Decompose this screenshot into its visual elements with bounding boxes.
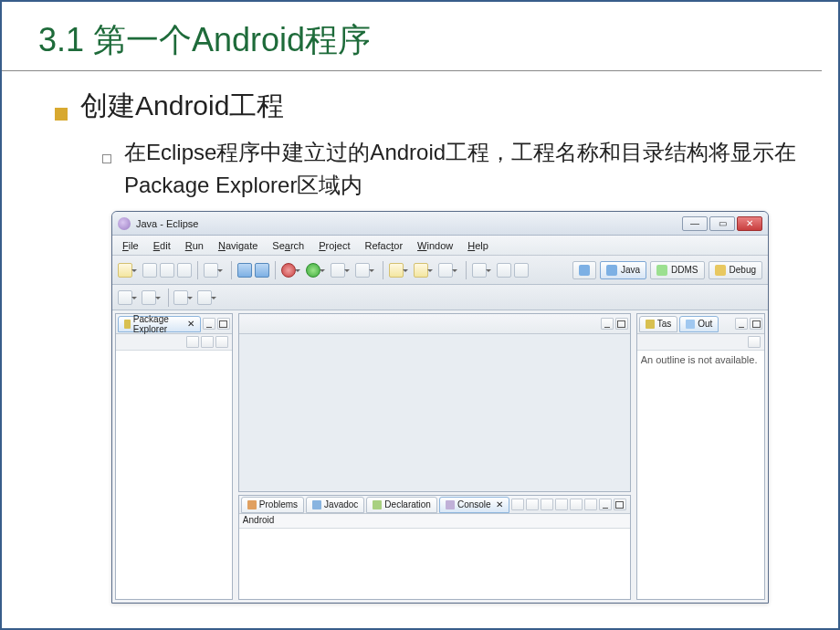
pane-minimize-button[interactable] [203, 318, 215, 330]
perspective-ddms[interactable]: DDMS [650, 261, 704, 279]
outline-label: Out [698, 319, 712, 329]
console-body[interactable] [239, 529, 630, 599]
minimize-button[interactable]: — [682, 216, 708, 231]
java-perspective-icon [606, 265, 617, 276]
avd-manager-button[interactable] [255, 263, 269, 278]
editor-minimize-button[interactable] [601, 318, 614, 330]
search-button-tb[interactable] [472, 263, 487, 278]
package-explorer-tabrow: Package Explorer ✕ [116, 314, 232, 334]
nav-back-button[interactable] [118, 290, 132, 305]
menu-file[interactable]: FFileile [116, 238, 145, 253]
toolbar-separator [466, 261, 467, 279]
package-explorer-body[interactable] [116, 351, 232, 599]
problems-label: Problems [259, 499, 298, 509]
perspective-debug-label: Debug [730, 265, 756, 275]
console-tab[interactable]: Console✕ [439, 497, 509, 513]
console-open-button[interactable] [570, 499, 583, 510]
new-class-button[interactable] [414, 263, 428, 278]
javadoc-tab[interactable]: Javadoc [306, 497, 364, 513]
bullet-square-icon [55, 108, 68, 121]
menu-refactor[interactable]: Refactor [358, 238, 409, 253]
tasklist-label: Tas [657, 319, 672, 329]
console-display-button[interactable] [526, 499, 539, 510]
toolbar-separator [231, 261, 232, 279]
run-last-button[interactable] [331, 263, 345, 278]
new-button[interactable] [118, 263, 132, 278]
bullet-hollow-square-icon [102, 154, 111, 163]
declaration-label: Declaration [384, 499, 431, 509]
outline-view-menu-button[interactable] [748, 336, 761, 348]
slide-title: 3.1 第一个Android程序 [2, 2, 822, 71]
collapse-all-button[interactable] [186, 336, 199, 348]
annotation-button[interactable] [514, 263, 529, 278]
menu-help[interactable]: Help [461, 238, 495, 253]
view-menu-button[interactable] [215, 336, 228, 348]
perspective-java[interactable]: Java [600, 261, 646, 279]
pane-maximize-button[interactable] [217, 318, 230, 330]
menu-search[interactable]: Search [266, 238, 310, 253]
menu-run[interactable]: Run [179, 238, 210, 253]
tasklist-icon [646, 320, 655, 329]
editor-maximize-button[interactable] [615, 318, 628, 330]
console-icon [446, 500, 455, 509]
close-button[interactable]: ✕ [737, 216, 762, 231]
editor-pane[interactable] [238, 313, 631, 492]
perspective-debug[interactable]: Debug [709, 261, 762, 279]
menu-edit[interactable]: Edit [147, 238, 177, 253]
external-tools-button[interactable] [355, 263, 370, 278]
bullet-level-1: 创建Android工程 [2, 71, 838, 125]
secondary-toolbar [112, 285, 768, 310]
outline-tab[interactable]: Out [679, 316, 719, 332]
link-editor-button[interactable] [201, 336, 214, 348]
save-all-button[interactable] [160, 263, 174, 278]
outline-minimize-button[interactable] [735, 318, 748, 330]
console-clear-button[interactable] [541, 499, 553, 510]
outline-empty-message: An outline is not available. [641, 354, 758, 365]
bottom-tabrow: Problems Javadoc Declaration Console✕ [239, 496, 630, 514]
package-explorer-pane: Package Explorer ✕ [115, 313, 233, 600]
toolbar-separator [383, 261, 383, 279]
toolbar-separator [275, 261, 276, 279]
problems-tab[interactable]: Problems [241, 497, 304, 513]
toggle-mark-button[interactable] [497, 263, 511, 278]
main-toolbar: Java DDMS Debug [112, 256, 768, 285]
sdk-manager-button[interactable] [237, 263, 252, 278]
open-perspective-button[interactable] [572, 261, 596, 279]
outline-body: An outline is not available. [637, 351, 764, 599]
outline-pane: Tas Out An outline is not available. [636, 313, 765, 600]
perspective-icon [579, 265, 590, 276]
declaration-tab[interactable]: Declaration [366, 497, 437, 513]
nav-history-button[interactable] [173, 290, 188, 305]
menu-navigate[interactable]: Navigate [212, 238, 264, 253]
task-list-tab[interactable]: Tas [639, 316, 678, 332]
console-label: Console [457, 499, 491, 509]
toolbar-separator [197, 261, 198, 279]
open-type-button[interactable] [438, 263, 453, 278]
outline-maximize-button[interactable] [750, 318, 762, 330]
console-maximize-button[interactable] [614, 499, 626, 510]
nav-bookmark-button[interactable] [197, 290, 212, 305]
console-pin-button[interactable] [511, 499, 524, 510]
close-tab-icon[interactable]: ✕ [187, 319, 194, 329]
package-explorer-icon [124, 320, 131, 329]
console-scroll-lock-button[interactable] [555, 499, 568, 510]
console-minimize-button[interactable] [599, 499, 612, 510]
close-tab-icon[interactable]: ✕ [496, 499, 503, 509]
outline-tabrow: Tas Out [637, 314, 764, 334]
new-package-button[interactable] [389, 263, 404, 278]
package-explorer-tab[interactable]: Package Explorer ✕ [118, 316, 201, 332]
debug-perspective-icon [715, 265, 726, 276]
declaration-icon [373, 500, 382, 509]
menu-bar: FFileile Edit Run Navigate Search Projec… [112, 236, 768, 256]
menu-window[interactable]: Window [411, 238, 459, 253]
nav-forward-button[interactable] [142, 290, 156, 305]
run-button[interactable] [306, 263, 320, 278]
save-button[interactable] [142, 263, 157, 278]
debug-button[interactable] [281, 263, 296, 278]
menu-project[interactable]: Project [312, 238, 356, 253]
description-text: 在Eclipse程序中建立过的Android工程，工程名称和目录结构将显示在Pa… [124, 136, 802, 202]
print-button[interactable] [177, 263, 192, 278]
console-select-button[interactable] [584, 499, 597, 510]
build-button[interactable] [204, 263, 218, 278]
maximize-button[interactable]: ▭ [709, 216, 735, 231]
